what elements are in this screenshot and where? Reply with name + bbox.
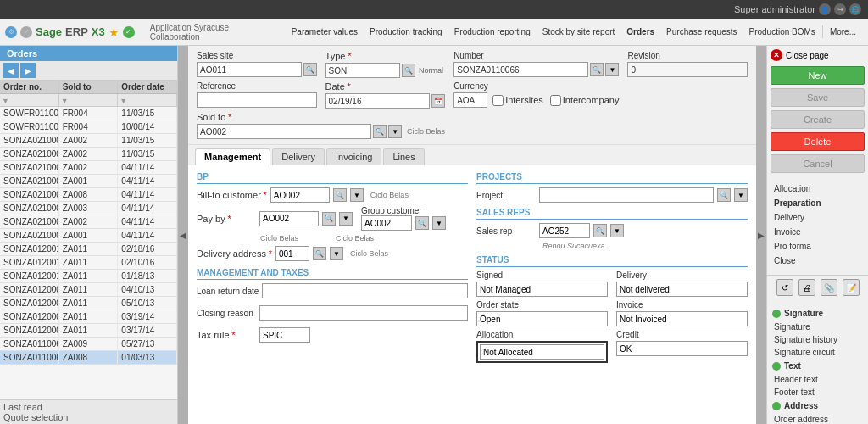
delivery-address-input[interactable] — [275, 246, 309, 261]
delete-button[interactable]: Delete — [771, 132, 865, 151]
order-row-12[interactable]: SONZA0120010 ZA011 01/18/13 — [0, 270, 177, 283]
nav-invoice[interactable]: Invoice — [767, 225, 868, 239]
type-input[interactable] — [326, 63, 401, 78]
loan-return-input[interactable] — [262, 283, 468, 298]
logout-icon[interactable]: ↪ — [834, 3, 846, 15]
order-row-8[interactable]: SONZA0210002 ZA002 04/11/14 — [0, 215, 177, 229]
bill-to-lookup[interactable]: 🔍 — [333, 188, 347, 202]
nav-parameter-values[interactable]: Parameter values — [287, 25, 363, 38]
tab-delivery[interactable]: Delivery — [272, 148, 325, 165]
order-row-2[interactable]: SONZA0210008 ZA002 11/03/15 — [0, 134, 177, 148]
sales-site-input[interactable] — [197, 62, 302, 77]
order-row-11[interactable]: SONZA0120011 ZA011 02/10/16 — [0, 256, 177, 270]
tab-invoicing[interactable]: Invoicing — [326, 148, 381, 165]
order-row-6[interactable]: SONZA0210004 ZA008 04/11/14 — [0, 188, 177, 202]
order-row-10[interactable]: SONZA0120012 ZA011 02/18/16 — [0, 243, 177, 256]
sales-site-lookup[interactable]: 🔍 — [303, 63, 317, 76]
currency-input[interactable] — [453, 92, 487, 108]
number-lookup[interactable]: 🔍 — [590, 63, 604, 76]
nav-orders[interactable]: Orders — [621, 25, 659, 38]
pay-by-input[interactable] — [259, 211, 319, 226]
more-button[interactable]: More... — [822, 25, 863, 38]
nav-production-tracking[interactable]: Production tracking — [364, 25, 448, 38]
nav-close[interactable]: Close — [767, 254, 868, 268]
nav-pro-forma[interactable]: Pro forma — [767, 239, 868, 254]
order-row-3[interactable]: SONZA0210007 ZA002 11/03/15 — [0, 148, 177, 161]
nav-purchase-requests[interactable]: Purchase requests — [661, 25, 742, 38]
intersites-checkbox[interactable] — [492, 95, 504, 106]
refresh-icon[interactable]: ↺ — [776, 279, 793, 296]
app-icon-1[interactable]: ⚙ — [5, 26, 17, 38]
sold-to-action[interactable]: ▼ — [388, 125, 402, 138]
order-row-7[interactable]: SONZA0210003 ZA003 04/11/14 — [0, 202, 177, 215]
credit-input[interactable] — [616, 341, 748, 356]
reference-input[interactable] — [197, 92, 317, 108]
order-row-5[interactable]: SONZA0210005 ZA001 04/11/14 — [0, 175, 177, 188]
nav-next[interactable]: ▶ — [20, 63, 36, 78]
nav-prev[interactable]: ◀ — [3, 63, 19, 78]
nav-production-reporting[interactable]: Production reporting — [449, 25, 536, 38]
create-button[interactable]: Create — [771, 110, 865, 129]
signature-item-0[interactable]: Signature — [774, 321, 861, 333]
closing-reason-input[interactable] — [259, 305, 468, 321]
delivery-address-action[interactable]: ▼ — [330, 247, 343, 260]
number-action[interactable]: ▼ — [605, 63, 619, 76]
nav-production-boms[interactable]: Production BOMs — [744, 25, 821, 38]
app-icon-2[interactable]: ✓ — [20, 26, 32, 38]
invoice-input[interactable] — [616, 311, 748, 326]
close-x-icon[interactable]: ✕ — [771, 49, 782, 61]
collapse-right-btn[interactable]: ▶ — [756, 46, 766, 424]
cancel-button[interactable]: Cancel — [771, 154, 865, 173]
group-customer-action[interactable]: ▼ — [432, 216, 446, 230]
order-row-0[interactable]: SOWFR0110003 FR004 11/03/15 — [0, 107, 177, 120]
order-row-13[interactable]: SONZA0120009 ZA011 04/10/13 — [0, 283, 177, 297]
nav-preparation[interactable]: Preparation — [767, 196, 868, 210]
text-item-1[interactable]: Footer text — [774, 386, 861, 399]
text-item-0[interactable]: Header text — [774, 373, 861, 386]
group-customer-lookup[interactable]: 🔍 — [415, 216, 429, 230]
sold-to-input[interactable] — [197, 124, 371, 139]
order-row-15[interactable]: SONZA0120004 ZA011 03/19/14 — [0, 310, 177, 324]
order-row-16[interactable]: SONZA0120001 ZA011 03/17/14 — [0, 324, 177, 338]
sales-rep-input[interactable] — [539, 223, 590, 238]
nav-delivery[interactable]: Delivery — [767, 210, 868, 225]
star-icon[interactable]: ★ — [108, 25, 120, 39]
bill-to-action[interactable]: ▼ — [350, 188, 364, 202]
order-row-1[interactable]: SOWFR0110002 FR004 10/08/14 — [0, 120, 177, 134]
order-state-input[interactable] — [476, 311, 608, 326]
save-button[interactable]: Save — [771, 88, 865, 107]
order-row-18[interactable]: SONZA0110064 ZA008 01/03/13 — [0, 351, 177, 365]
bill-to-input[interactable] — [270, 187, 330, 203]
intersites-check[interactable]: Intersites — [492, 95, 543, 106]
signed-input[interactable] — [476, 282, 608, 297]
allocation-input[interactable] — [480, 344, 604, 360]
order-row-4[interactable]: SONZA0210006 ZA002 04/11/14 — [0, 161, 177, 175]
project-input[interactable] — [539, 187, 714, 203]
nav-stock-site-report[interactable]: Stock by site report — [537, 25, 620, 38]
tax-rule-input[interactable] — [259, 327, 310, 343]
intercompany-checkbox[interactable] — [550, 95, 561, 106]
note-icon[interactable]: 📝 — [843, 279, 860, 296]
globe-icon[interactable]: 🌐 — [849, 3, 861, 15]
collapse-sidebar-btn[interactable]: ◀ — [178, 46, 188, 424]
pay-by-action[interactable]: ▼ — [339, 212, 353, 226]
group-customer-input[interactable] — [361, 215, 412, 231]
date-picker[interactable]: 📅 — [431, 94, 445, 108]
intercompany-check[interactable]: Intercompany — [550, 95, 620, 106]
sold-to-lookup[interactable]: 🔍 — [373, 125, 387, 138]
user-icon[interactable]: 👤 — [819, 3, 831, 15]
number-input[interactable] — [453, 62, 588, 77]
check-icon[interactable]: ✓ — [123, 26, 135, 38]
revision-input[interactable] — [627, 62, 748, 77]
new-button[interactable]: New — [771, 66, 865, 85]
print-icon[interactable]: 🖨 — [798, 279, 815, 296]
text-section-header[interactable]: Text — [767, 359, 868, 373]
close-page-label[interactable]: Close page — [786, 51, 829, 60]
project-action[interactable]: ▼ — [734, 188, 748, 202]
delivery-address-lookup[interactable]: 🔍 — [313, 247, 326, 260]
order-row-14[interactable]: SONZA0120008 ZA011 05/10/13 — [0, 297, 177, 310]
project-lookup[interactable]: 🔍 — [717, 188, 731, 202]
order-row-17[interactable]: SONZA0110065 ZA009 05/27/13 — [0, 338, 177, 351]
tab-management[interactable]: Management — [195, 148, 270, 165]
type-lookup[interactable]: 🔍 — [402, 64, 415, 77]
